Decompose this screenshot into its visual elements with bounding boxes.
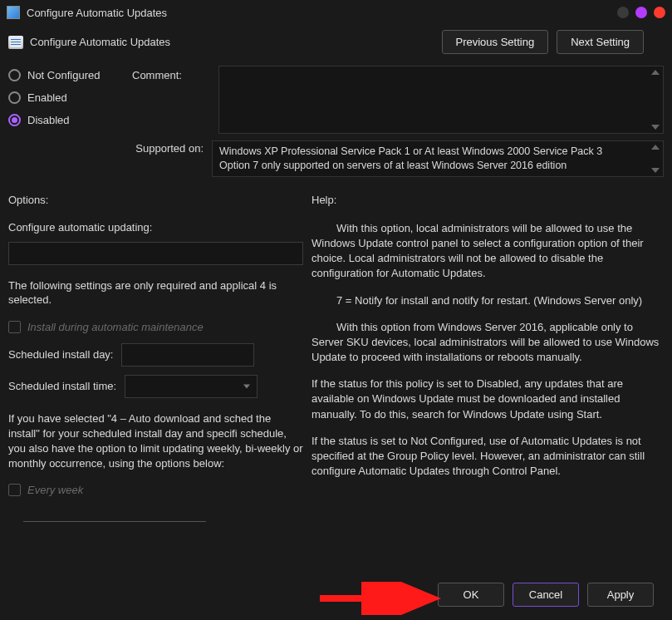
radio-disabled[interactable]: Disabled [8, 114, 129, 126]
every-week-checkbox[interactable]: Every week [8, 484, 303, 496]
options-pane: Options: Configure automatic updating: T… [8, 194, 303, 574]
scroll-up-icon[interactable] [651, 145, 660, 150]
cancel-button[interactable]: Cancel [513, 583, 579, 607]
checkbox-icon [8, 321, 21, 333]
supported-field[interactable]: Windows XP Professional Service Pack 1 o… [212, 140, 664, 177]
app-icon [7, 6, 20, 19]
supported-text: Windows XP Professional Service Pack 1 o… [219, 145, 602, 171]
install-maintenance-label: Install during automatic maintenance [27, 321, 204, 333]
scroll-up-icon[interactable] [651, 70, 660, 75]
maximize-button[interactable] [635, 7, 647, 18]
help-pane: Help: With this option, local administra… [311, 194, 664, 574]
radio-enabled[interactable]: Enabled [8, 91, 129, 104]
comment-field[interactable] [218, 66, 664, 134]
help-body: With this option, local administrators w… [311, 221, 664, 480]
config-top: Not Configured Enabled Disabled Comment: [0, 66, 672, 134]
previous-setting-button[interactable]: Previous Setting [442, 30, 549, 54]
policy-title: Configure Automatic Updates [30, 36, 170, 48]
sched-day-dropdown[interactable] [121, 343, 254, 367]
limit-note: If you have selected "4 – Auto download … [8, 411, 303, 472]
radio-not-configured[interactable]: Not Configured [8, 69, 129, 81]
configure-updating-label: Configure automatic updating: [8, 221, 303, 234]
scroll-down-icon[interactable] [651, 125, 660, 130]
sched-time-dropdown[interactable] [125, 375, 258, 398]
chevron-down-icon [243, 384, 250, 388]
sched-time-label: Scheduled install time: [8, 380, 116, 392]
radio-enabled-label: Enabled [27, 91, 67, 104]
supported-row: Supported on: Windows XP Professional Se… [0, 134, 672, 182]
every-week-label: Every week [27, 484, 83, 496]
configure-updating-dropdown[interactable] [8, 242, 303, 265]
comment-label: Comment: [132, 69, 182, 81]
supported-label: Supported on: [8, 140, 212, 155]
options-scrollbar[interactable] [23, 521, 206, 522]
required-note: The following settings are only required… [8, 278, 303, 308]
help-header: Help: [311, 194, 664, 206]
sched-day-label: Scheduled install day: [8, 348, 113, 361]
ok-button[interactable]: OK [438, 583, 504, 607]
svg-rect-1 [11, 39, 21, 40]
radio-not-configured-label: Not Configured [27, 69, 100, 81]
apply-button[interactable]: Apply [587, 583, 654, 607]
svg-rect-2 [11, 42, 21, 42]
policy-icon [8, 36, 23, 49]
close-button[interactable] [654, 7, 665, 18]
options-header: Options: [8, 194, 303, 206]
minimize-button[interactable] [617, 7, 629, 18]
scroll-down-icon[interactable] [651, 168, 660, 173]
checkbox-icon [8, 484, 21, 496]
window-title: Configure Automatic Updates [27, 7, 167, 19]
policy-header: Configure Automatic Updates Previous Set… [0, 25, 672, 66]
svg-rect-3 [11, 44, 21, 45]
help-p2: 7 = Notify for install and notify for re… [311, 293, 664, 308]
action-bar: OK Cancel Apply [0, 574, 672, 620]
next-setting-button[interactable]: Next Setting [557, 30, 644, 54]
help-p4: If the status for this policy is set to … [311, 376, 664, 422]
radio-disabled-label: Disabled [27, 114, 70, 126]
help-p3: With this option from Windows Server 201… [311, 320, 664, 366]
titlebar: Configure Automatic Updates [0, 0, 672, 25]
help-p1: With this option, local administrators w… [311, 221, 664, 282]
install-maintenance-checkbox[interactable]: Install during automatic maintenance [8, 321, 303, 333]
help-p5: If the status is set to Not Configured, … [311, 434, 664, 480]
